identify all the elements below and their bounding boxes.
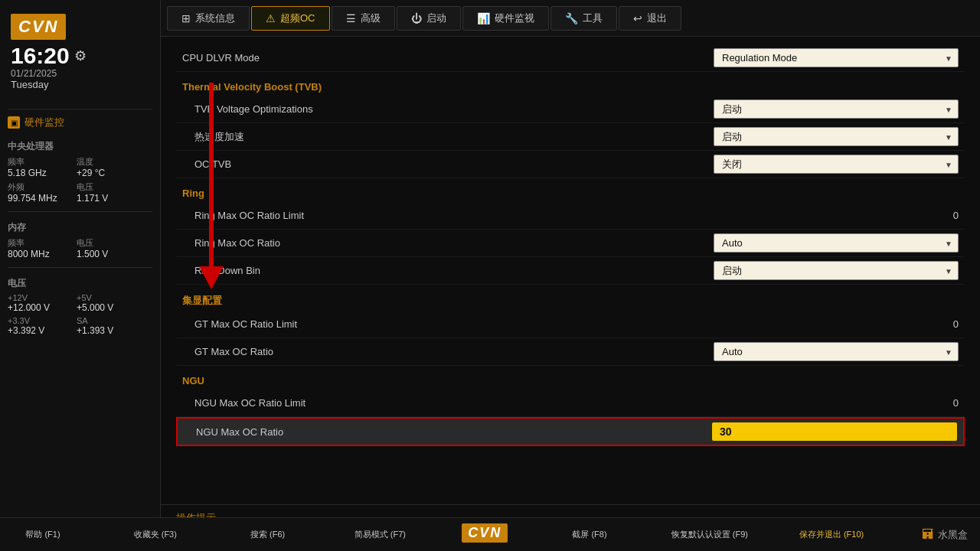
gt-max-ratio-row: GT Max OC Ratio Auto bbox=[176, 338, 965, 366]
help-button[interactable]: 帮助 (F1) bbox=[12, 529, 74, 540]
watermark-text: 水黑盒 bbox=[938, 528, 968, 542]
nav-oc-label: 超频OC bbox=[280, 11, 315, 25]
mem-volt-value: 1.500 V bbox=[77, 249, 130, 259]
cpu-dlvr-select[interactable]: Regulation Mode Auto Manual bbox=[714, 48, 959, 67]
tvb-volt-row: TVB Voltage Optimizations 启动 bbox=[176, 96, 965, 123]
search-button[interactable]: 搜索 (F6) bbox=[237, 529, 299, 540]
ring-max-limit-row: Ring Max OC Ratio Limit 0 bbox=[176, 202, 965, 230]
tvb-accel-label: 热速度加速 bbox=[194, 130, 714, 144]
mem-freq-label: 频率 bbox=[8, 237, 61, 249]
p5v-label: +5V bbox=[77, 293, 130, 302]
nav-advanced-label: 高级 bbox=[361, 11, 381, 25]
cpu-volt-stat: 电压 1.171 V bbox=[77, 181, 130, 204]
p5v-stat: +5V +5.000 V bbox=[77, 293, 130, 313]
nav-exit-label: 退出 bbox=[647, 11, 667, 25]
ngu-max-ratio-input[interactable] bbox=[712, 422, 957, 441]
nav-sysinfo[interactable]: ⊞ 系统信息 bbox=[167, 6, 250, 31]
time-display: 16:20 bbox=[11, 43, 70, 68]
hw-monitor-header[interactable]: ▣ 硬件监控 bbox=[8, 114, 152, 131]
sysinfo-icon: ⊞ bbox=[181, 12, 191, 24]
nav-hwmonitor[interactable]: 📊 硬件监视 bbox=[462, 6, 549, 31]
ring-down-bin-select[interactable]: 启动 bbox=[714, 261, 959, 280]
gear-icon[interactable]: ⚙ bbox=[74, 47, 87, 64]
favorites-button[interactable]: 收藏夹 (F3) bbox=[125, 529, 186, 540]
cpu-stats-row2: 外频 99.754 MHz 电压 1.171 V bbox=[8, 181, 152, 204]
simple-mode-label: 简易模式 (F7) bbox=[354, 529, 406, 540]
gt-max-ratio-label: GT Max OC Ratio bbox=[194, 346, 714, 357]
psa-value: +1.393 V bbox=[77, 325, 130, 336]
ngu-max-limit-value: 0 bbox=[882, 397, 959, 409]
nav-sysinfo-label: 系统信息 bbox=[195, 11, 235, 25]
p12v-value: +12.000 V bbox=[8, 302, 61, 313]
tools-icon: 🔧 bbox=[565, 12, 578, 24]
sidebar: CVN 16:20 ⚙ 01/21/2025 Tuesday ▣ 硬件监控 中央… bbox=[0, 0, 161, 551]
hwmonitor-icon: 📊 bbox=[477, 12, 490, 24]
date-display: 01/21/2025 bbox=[11, 68, 57, 79]
cpu-freq-stat: 频率 5.18 GHz bbox=[8, 156, 61, 178]
ring-down-bin-label: Ring Down Bin bbox=[194, 265, 714, 276]
mem-stats: 频率 8000 MHz 电压 1.500 V bbox=[8, 237, 152, 259]
cpu-temp-label: 温度 bbox=[77, 156, 130, 168]
tvb-volt-select[interactable]: 启动 bbox=[714, 99, 959, 119]
tvb-section-header: Thermal Velocity Boost (TVB) bbox=[176, 75, 965, 96]
ring-max-limit-value: 0 bbox=[882, 210, 959, 221]
ngu-max-ratio-row: NGU Max OC Ratio bbox=[176, 417, 965, 446]
logo-area: CVN 16:20 ⚙ 01/21/2025 Tuesday bbox=[8, 8, 152, 99]
restore-label: 恢复默认认设置 (F9) bbox=[671, 529, 748, 540]
oc-tvb-row: OC TVB 关闭 bbox=[176, 151, 965, 178]
hw-monitor-icon: ▣ bbox=[8, 116, 20, 129]
cpu-temp-stat: 温度 +29 °C bbox=[77, 156, 130, 178]
gt-max-limit-row: GT Max OC Ratio Limit 0 bbox=[176, 311, 965, 338]
ring-max-limit-label: Ring Max OC Ratio Limit bbox=[194, 210, 882, 221]
search-label: 搜索 (F6) bbox=[250, 529, 285, 540]
save-exit-button[interactable]: 保存并退出 (F10) bbox=[799, 529, 864, 540]
cpu-dlvr-dropdown-wrapper: Regulation Mode Auto Manual bbox=[714, 48, 959, 67]
gt-section-header: 集显配置 bbox=[176, 288, 965, 311]
gt-max-limit-label: GT Max OC Ratio Limit bbox=[194, 318, 882, 330]
top-nav: ⊞ 系统信息 ⚠ 超频OC ☰ 高级 ⏻ 启动 📊 硬件监视 🔧 工具 ↩ 退出 bbox=[161, 0, 980, 37]
nav-hwmonitor-label: 硬件监视 bbox=[495, 11, 534, 25]
ring-max-ratio-select[interactable]: Auto bbox=[714, 233, 959, 253]
restore-button[interactable]: 恢复默认认设置 (F9) bbox=[671, 529, 748, 540]
tvb-accel-select[interactable]: 启动 bbox=[714, 127, 959, 146]
gt-max-ratio-select[interactable]: Auto bbox=[714, 342, 959, 361]
p3v3-stat: +3.3V +3.392 V bbox=[8, 316, 61, 336]
nav-tools-label: 工具 bbox=[583, 11, 603, 25]
nav-boot-label: 启动 bbox=[426, 11, 446, 25]
advanced-icon: ☰ bbox=[346, 12, 356, 24]
cpu-ext-freq-value: 99.754 MHz bbox=[8, 193, 61, 204]
day-display: Tuesday bbox=[11, 79, 48, 90]
oc-icon: ⚠ bbox=[266, 12, 276, 24]
nav-oc[interactable]: ⚠ 超频OC bbox=[251, 6, 330, 31]
mem-freq-stat: 频率 8000 MHz bbox=[8, 237, 61, 259]
ring-down-bin-row: Ring Down Bin 启动 bbox=[176, 257, 965, 285]
oc-tvb-select[interactable]: 关闭 bbox=[714, 155, 959, 174]
simple-mode-button[interactable]: 简易模式 (F7) bbox=[349, 529, 410, 540]
p3v3-label: +3.3V bbox=[8, 316, 61, 325]
cpu-volt-label: 电压 bbox=[77, 181, 130, 193]
exit-icon: ↩ bbox=[633, 12, 642, 24]
cpu-ext-freq-label: 外频 bbox=[8, 181, 61, 193]
tvb-volt-label: TVB Voltage Optimizations bbox=[194, 103, 714, 115]
tvb-accel-row: 热速度加速 启动 bbox=[176, 123, 965, 151]
ring-max-ratio-label: Ring Max OC Ratio bbox=[194, 237, 714, 249]
nav-advanced[interactable]: ☰ 高级 bbox=[332, 6, 395, 31]
nav-tools[interactable]: 🔧 工具 bbox=[550, 6, 617, 31]
cpu-freq-value: 5.18 GHz bbox=[8, 168, 61, 178]
nav-boot[interactable]: ⏻ 启动 bbox=[397, 6, 461, 31]
cpu-volt-value: 1.171 V bbox=[77, 193, 130, 204]
nav-exit[interactable]: ↩ 退出 bbox=[619, 6, 681, 31]
psa-label: SA bbox=[77, 316, 130, 325]
ring-down-bin-dropdown-wrapper: 启动 bbox=[714, 261, 959, 280]
cpu-section-label: 中央处理器 bbox=[8, 140, 152, 153]
main-content: ⊞ 系统信息 ⚠ 超频OC ☰ 高级 ⏻ 启动 📊 硬件监视 🔧 工具 ↩ 退出 bbox=[161, 0, 980, 551]
oc-tvb-label: OC TVB bbox=[194, 158, 714, 170]
tvb-volt-dropdown-wrapper: 启动 bbox=[714, 99, 959, 119]
power-stats-row1: +12V +12.000 V +5V +5.000 V bbox=[8, 293, 152, 313]
power-stats-row2: +3.3V +3.392 V SA +1.393 V bbox=[8, 316, 152, 336]
mem-volt-label: 电压 bbox=[77, 237, 130, 249]
save-exit-label: 保存并退出 (F10) bbox=[799, 529, 864, 540]
screenshot-button[interactable]: 截屏 (F8) bbox=[559, 529, 620, 540]
p5v-value: +5.000 V bbox=[77, 302, 130, 313]
gt-max-ratio-dropdown-wrapper: Auto bbox=[714, 342, 959, 361]
